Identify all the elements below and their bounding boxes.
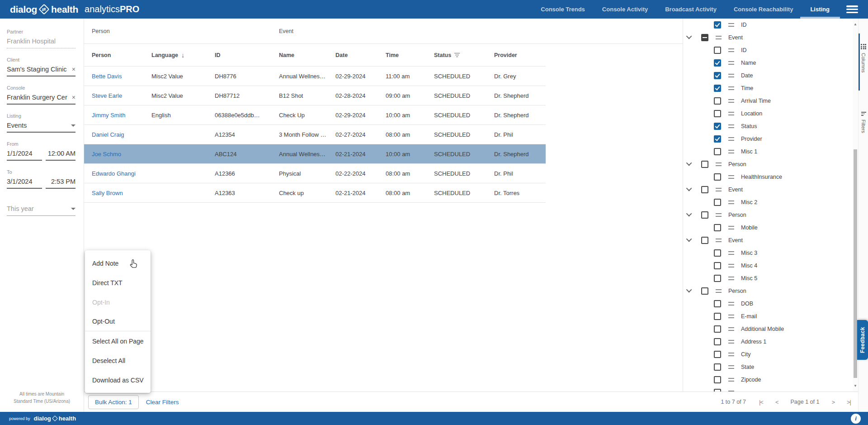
column-header-provider[interactable]: Provider — [494, 52, 546, 58]
feedback-button[interactable]: Feedback — [857, 320, 868, 360]
drag-handle-icon[interactable] — [728, 99, 734, 103]
column-config-row[interactable]: Additional Mobile — [683, 323, 853, 335]
column-config-row[interactable]: City — [683, 348, 853, 361]
scroll-up-icon[interactable]: ▲ — [853, 22, 858, 26]
column-config-row[interactable]: Address 1 — [683, 335, 853, 348]
checkbox[interactable] — [714, 224, 721, 231]
filter-icon[interactable] — [454, 53, 460, 57]
person-name-link[interactable]: Joe Schmo — [92, 151, 151, 158]
first-page-icon[interactable]: |< — [759, 399, 763, 406]
person-name-link[interactable]: Steve Earle — [92, 92, 151, 99]
drag-handle-icon[interactable] — [728, 302, 734, 306]
checkbox[interactable] — [714, 199, 721, 206]
scrollbar-thumb[interactable] — [854, 149, 857, 378]
column-header-date[interactable]: Date — [335, 52, 386, 58]
checkbox[interactable] — [714, 376, 721, 383]
drag-handle-icon[interactable] — [716, 188, 722, 191]
checkbox[interactable] — [714, 351, 721, 358]
column-config-row[interactable]: Provider — [683, 133, 853, 145]
checkbox[interactable] — [714, 313, 721, 320]
checkbox[interactable] — [714, 262, 721, 269]
column-config-row[interactable]: Misc 1 — [683, 145, 853, 158]
chevron-down-icon[interactable] — [686, 236, 692, 242]
column-config-row[interactable]: Zipcode — [683, 373, 853, 386]
last-page-icon[interactable]: >| — [847, 399, 851, 406]
drag-handle-icon[interactable] — [728, 365, 734, 369]
drag-handle-icon[interactable] — [716, 213, 722, 217]
next-page-icon[interactable]: > — [831, 399, 835, 406]
drag-handle-icon[interactable] — [728, 251, 734, 255]
checkbox[interactable] — [714, 97, 721, 105]
column-config-row[interactable]: DOB — [683, 297, 853, 310]
checkbox[interactable] — [714, 72, 721, 79]
drag-handle-icon[interactable] — [728, 86, 734, 90]
column-config-row[interactable]: Location — [683, 107, 853, 120]
nav-item[interactable]: Console Trends — [532, 0, 594, 19]
person-name-link[interactable]: Bette Davis — [92, 73, 151, 80]
listing-select[interactable]: Listing Events — [7, 113, 75, 133]
checkbox[interactable] — [714, 110, 721, 117]
column-config-row[interactable]: Misc 2 — [683, 196, 853, 209]
tab-filters[interactable]: Filters — [859, 112, 868, 133]
column-config-row[interactable]: Misc 5 — [683, 272, 853, 285]
column-config-row[interactable]: Person — [683, 209, 853, 221]
console-field[interactable]: Console Franklin Surgery Cer × — [7, 85, 75, 105]
drag-handle-icon[interactable] — [728, 201, 734, 204]
checkbox[interactable] — [714, 85, 721, 92]
table-row[interactable]: Sally Brown A12363 Check up 02-21-2024 0… — [84, 183, 546, 203]
drag-handle-icon[interactable] — [728, 124, 734, 128]
checkbox[interactable] — [714, 47, 721, 54]
column-header-status[interactable]: Status — [434, 52, 494, 58]
checkbox[interactable] — [714, 249, 721, 257]
drag-handle-icon[interactable] — [728, 150, 734, 153]
column-config-row[interactable]: HealthInsurance — [683, 171, 853, 183]
column-config-row[interactable]: Date — [683, 69, 853, 82]
scroll-down-icon[interactable]: ▼ — [853, 384, 858, 388]
clear-filters-link[interactable]: Clear Filters — [146, 399, 179, 406]
drag-handle-icon[interactable] — [728, 327, 734, 331]
menu-item[interactable]: Opt-In — [85, 292, 151, 312]
chevron-down-icon[interactable] — [686, 210, 692, 216]
column-config-row[interactable]: ID — [683, 44, 853, 57]
checkbox[interactable] — [714, 123, 721, 130]
column-header-name[interactable]: Name — [279, 52, 335, 58]
drag-handle-icon[interactable] — [728, 340, 734, 344]
menu-item[interactable]: Add Note — [85, 253, 151, 273]
column-config-row[interactable] — [683, 386, 853, 392]
column-header-language[interactable]: Language↓ — [151, 52, 215, 59]
column-config-row[interactable]: Name — [683, 57, 853, 69]
person-name-link[interactable]: Jimmy Smith — [92, 112, 151, 119]
drag-handle-icon[interactable] — [728, 277, 734, 280]
column-header-id[interactable]: ID — [215, 52, 279, 58]
menu-item[interactable]: Deselect All — [85, 351, 151, 370]
checkbox[interactable] — [714, 59, 721, 67]
tab-columns[interactable]: Columns — [859, 44, 868, 72]
column-config-row[interactable]: Event — [683, 183, 853, 196]
console-clear-icon[interactable]: × — [72, 94, 75, 100]
checkbox[interactable] — [714, 135, 721, 143]
drag-handle-icon[interactable] — [728, 175, 734, 179]
drag-handle-icon[interactable] — [728, 378, 734, 382]
column-config-row[interactable]: Person — [683, 158, 853, 171]
drag-handle-icon[interactable] — [728, 137, 734, 141]
drag-handle-icon[interactable] — [728, 264, 734, 267]
table-row[interactable]: Edwardo Ghangi A12366 Physical 02-22-202… — [84, 164, 546, 183]
nav-item[interactable]: Broadcast Activity — [656, 0, 725, 19]
client-clear-icon[interactable]: × — [72, 66, 75, 72]
info-icon[interactable]: i — [851, 414, 861, 424]
drag-handle-icon[interactable] — [728, 226, 734, 229]
drag-handle-icon[interactable] — [716, 289, 722, 293]
from-date-input[interactable]: 1/1/2024 — [7, 150, 42, 161]
drag-handle-icon[interactable] — [728, 23, 734, 27]
column-config-row[interactable]: Person — [683, 285, 853, 297]
checkbox[interactable] — [701, 287, 708, 295]
drag-handle-icon[interactable] — [728, 48, 734, 52]
table-row[interactable]: Daniel Craig A12354 3 Month Follow … 02-… — [84, 125, 546, 144]
person-name-link[interactable]: Daniel Craig — [92, 131, 151, 138]
nav-item[interactable]: Listing — [802, 0, 838, 19]
drag-handle-icon[interactable] — [728, 353, 734, 356]
client-field[interactable]: Client Sam's Staging Clinic × — [7, 57, 75, 76]
drag-handle-icon[interactable] — [728, 315, 734, 318]
menu-item[interactable]: Download as CSV — [85, 370, 151, 390]
to-time-input[interactable]: 2:53 PM — [46, 178, 75, 189]
